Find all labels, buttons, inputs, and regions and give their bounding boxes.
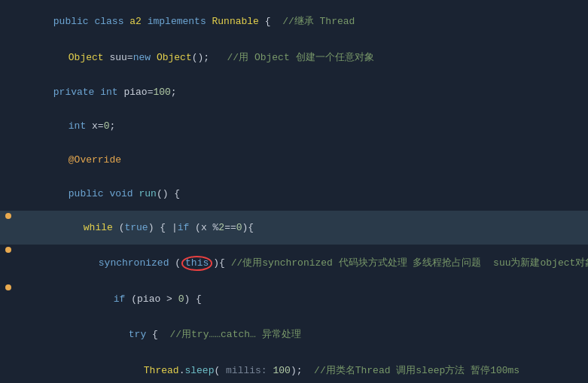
code-content-5: @Override: [18, 143, 582, 177]
code-content-2: Object suu=new Object(); //用 Object 创建一个…: [18, 39, 582, 75]
code-editor: public class a2 implements Runnable { //…: [0, 0, 588, 383]
gutter-5: [3, 145, 14, 151]
gutter-8: [3, 247, 14, 253]
code-line-2: Object suu=new Object(); //用 Object 创建一个…: [0, 39, 588, 75]
gutter-1: [3, 5, 14, 11]
code-content-11: Thread.sleep( millis: 100); //用类名Thread …: [18, 352, 582, 383]
code-line-1: public class a2 implements Runnable { //…: [0, 3, 588, 39]
gutter-11: [3, 354, 14, 360]
code-line-9: if (piao > 0) {: [0, 282, 588, 316]
code-line-5: @Override: [0, 143, 588, 177]
code-content-6: public void run() {: [18, 177, 582, 211]
code-content-8: synchronized (this){ //使用synchronized 代码…: [18, 245, 588, 282]
gutter-9: [3, 284, 14, 290]
code-line-7: while (true) { |if (x %2==0){: [0, 211, 588, 245]
code-line-11: Thread.sleep( millis: 100); //用类名Thread …: [0, 352, 588, 383]
gutter-6: [3, 179, 14, 185]
code-content-10: try { //用try……catch… 异常处理: [18, 316, 582, 352]
gutter-2: [3, 41, 14, 47]
code-content-3: private int piao=100;: [18, 75, 582, 109]
code-line-8: synchronized (this){ //使用synchronized 代码…: [0, 245, 588, 282]
code-content-7: while (true) { |if (x %2==0){: [18, 211, 582, 245]
code-content-4: int x=0;: [18, 109, 582, 143]
code-content-9: if (piao > 0) {: [18, 282, 582, 316]
code-line-4: int x=0;: [0, 109, 588, 143]
code-line-3: private int piao=100;: [0, 75, 588, 109]
gutter-4: [3, 111, 14, 117]
code-line-6: public void run() {: [0, 177, 588, 211]
code-content-1: public class a2 implements Runnable { //…: [18, 3, 582, 39]
gutter-10: [3, 318, 14, 324]
gutter-7: [3, 213, 14, 219]
code-line-10: try { //用try……catch… 异常处理: [0, 316, 588, 352]
gutter-3: [3, 78, 14, 84]
